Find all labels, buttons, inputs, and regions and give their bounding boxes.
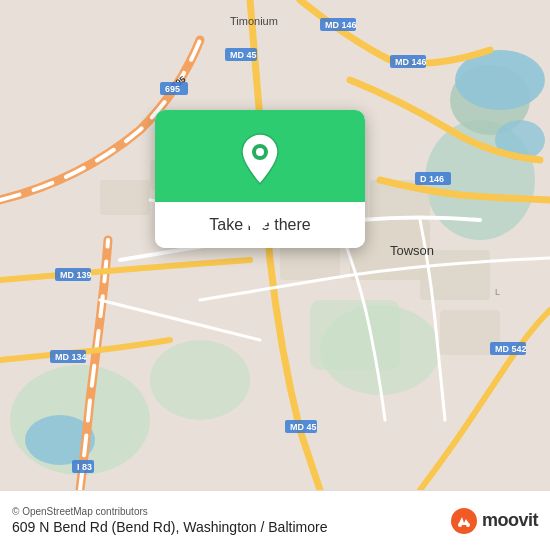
- svg-text:MD 45: MD 45: [230, 50, 257, 60]
- svg-point-42: [256, 148, 264, 156]
- map-container: I 695 695 MD 45 MD 146 MD 146 D 146 MD 1…: [0, 0, 550, 490]
- moovit-logo[interactable]: moovit: [450, 507, 538, 535]
- svg-text:MD 45: MD 45: [290, 422, 317, 432]
- footer-left: © OpenStreetMap contributors 609 N Bend …: [12, 506, 327, 535]
- popup-tail: [245, 221, 269, 235]
- svg-point-44: [458, 523, 462, 527]
- svg-text:MD 134: MD 134: [55, 352, 87, 362]
- svg-text:695: 695: [165, 84, 180, 94]
- svg-text:MD 146: MD 146: [395, 57, 427, 67]
- popup-header: [155, 110, 365, 202]
- svg-point-45: [466, 523, 470, 527]
- svg-text:MD 542: MD 542: [495, 344, 527, 354]
- moovit-text: moovit: [482, 510, 538, 531]
- svg-rect-13: [100, 180, 150, 215]
- svg-point-2: [150, 340, 250, 420]
- svg-text:D 146: D 146: [420, 174, 444, 184]
- moovit-icon: [450, 507, 478, 535]
- svg-point-43: [451, 508, 477, 534]
- svg-text:MD 146: MD 146: [325, 20, 357, 30]
- svg-text:L: L: [495, 287, 500, 297]
- svg-rect-6: [310, 300, 400, 370]
- osm-attribution: © OpenStreetMap contributors: [12, 506, 327, 517]
- footer: © OpenStreetMap contributors 609 N Bend …: [0, 490, 550, 550]
- svg-text:Timonium: Timonium: [230, 15, 278, 27]
- svg-text:MD 139: MD 139: [60, 270, 92, 280]
- location-pin-icon: [237, 132, 283, 186]
- svg-text:I 83: I 83: [77, 462, 92, 472]
- address-line: 609 N Bend Rd (Bend Rd), Washington / Ba…: [12, 519, 327, 535]
- svg-text:Towson: Towson: [390, 243, 434, 258]
